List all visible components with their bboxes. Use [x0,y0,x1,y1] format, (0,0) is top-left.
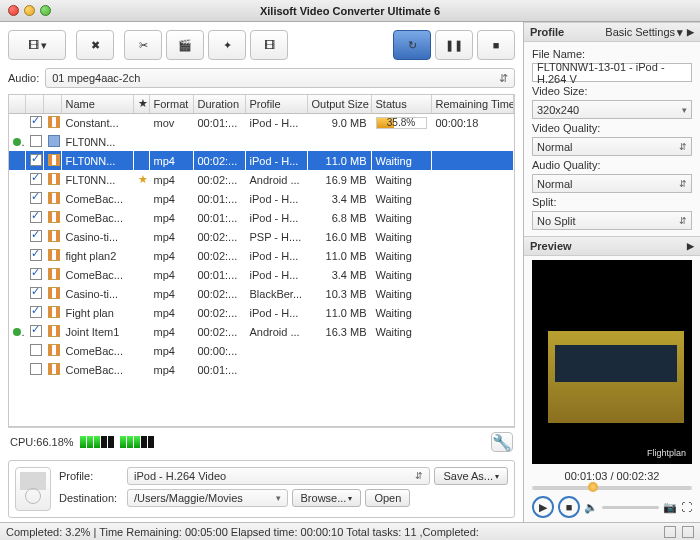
audio-quality-select[interactable]: Normal⇵ [532,174,692,193]
cell-profile: BlackBer... [245,284,307,303]
cell-output [307,360,371,379]
profile-select[interactable]: iPod - H.264 Video⇵ [127,467,430,485]
split-select[interactable]: No Split⇵ [532,211,692,230]
browse-button[interactable]: Browse...▾ [292,489,362,507]
row-checkbox[interactable] [30,363,42,375]
preview-seek-slider[interactable] [532,486,692,490]
cell-duration: 00:01:... [193,113,245,132]
table-row[interactable]: Casino-ti...mp400:02:...PSP - H....16.0 … [9,227,514,246]
row-checkbox[interactable] [30,249,42,261]
video-quality-label: Video Quality: [532,122,692,134]
cell-star [133,265,149,284]
table-row[interactable]: Constant...mov00:01:...iPod - H...9.0 MB… [9,113,514,132]
cell-star [133,208,149,227]
table-row[interactable]: Fight planmp400:02:...iPod - H...11.0 MB… [9,303,514,322]
table-row[interactable]: fight plan2mp400:02:...iPod - H...11.0 M… [9,246,514,265]
col-duration: Duration [193,95,245,113]
video-quality-select[interactable]: Normal⇵ [532,137,692,156]
row-checkbox[interactable] [30,230,42,242]
cell-duration: 00:02:... [193,303,245,322]
row-checkbox[interactable] [30,173,42,185]
status-marker-icon [13,138,21,146]
col-format: Format [149,95,193,113]
row-checkbox[interactable] [30,154,42,166]
status-bar: Completed: 3.2% | Time Remaining: 00:05:… [0,522,700,540]
audio-select[interactable]: 01 mpeg4aac-2ch⇵ [45,68,515,88]
cell-star [133,322,149,341]
cell-output: 16.0 MB [307,227,371,246]
table-row[interactable]: Joint Item1mp400:02:...Android ...16.3 M… [9,322,514,341]
video-size-select[interactable]: 320x240▾ [532,100,692,119]
cell-format: mov [149,113,193,132]
row-checkbox[interactable] [30,268,42,280]
cell-name: Constant... [61,113,133,132]
volume-icon[interactable]: 🔈 [584,501,598,514]
expand-preview-icon[interactable]: ▶ [687,241,694,251]
cut-button[interactable]: ✂ [124,30,162,60]
filename-input[interactable]: FLT0NNW1-13-01 - iPod - H.264 V [532,63,692,82]
table-row[interactable]: ComeBac...mp400:01:...iPod - H...3.4 MBW… [9,265,514,284]
volume-slider[interactable] [602,506,659,509]
convert-button[interactable]: ↻ [393,30,431,60]
cell-duration: 00:02:... [193,284,245,303]
table-row[interactable]: FLT0NN... [9,132,514,151]
cpu-meter-1 [80,436,114,448]
cell-name: ComeBac... [61,189,133,208]
cell-star [133,189,149,208]
destination-select[interactable]: /Users/Maggie/Movies▾ [127,489,288,507]
row-checkbox[interactable] [30,116,42,128]
status-icon-1[interactable] [664,526,676,538]
cell-format: mp4 [149,284,193,303]
settings-button[interactable]: 🔧 [491,432,513,452]
row-checkbox[interactable] [30,306,42,318]
status-icon-2[interactable] [682,526,694,538]
status-marker-icon [13,328,21,336]
open-button[interactable]: Open [365,489,410,507]
save-as-button[interactable]: Save As...▾ [434,467,508,485]
basic-settings-dropdown[interactable]: Basic Settings [605,26,675,38]
table-row[interactable]: FLT0NN...mp400:02:...iPod - H...11.0 MBW… [9,151,514,170]
cell-output: 10.3 MB [307,284,371,303]
video-file-icon [48,192,60,204]
cell-duration [193,132,245,151]
cell-status: Waiting [371,303,431,322]
fullscreen-button[interactable]: ⛶ [681,501,692,513]
cell-profile [245,341,307,360]
row-checkbox[interactable] [30,192,42,204]
row-checkbox[interactable] [30,325,42,337]
cell-format: mp4 [149,208,193,227]
cell-remain [431,246,514,265]
preview-stop-button[interactable]: ■ [558,496,580,518]
cell-remain [431,360,514,379]
preview-play-button[interactable]: ▶ [532,496,554,518]
col-name: Name [61,95,133,113]
snapshot-button[interactable]: 📷 [663,501,677,514]
clip-button[interactable]: 🎬 [166,30,204,60]
table-row[interactable]: FLT0NN...★mp400:02:...Android ...16.9 MB… [9,170,514,189]
table-row[interactable]: ComeBac...mp400:01:...iPod - H...3.4 MBW… [9,189,514,208]
col-output: Output Size [307,95,371,113]
edit-button[interactable]: 🎞 [250,30,288,60]
stop-button[interactable]: ■ [477,30,515,60]
row-checkbox[interactable] [30,287,42,299]
expand-icon[interactable]: ▶ [687,27,694,37]
cell-duration: 00:00:... [193,341,245,360]
pause-button[interactable]: ❚❚ [435,30,473,60]
table-row[interactable]: Casino-ti...mp400:02:...BlackBer...10.3 … [9,284,514,303]
cell-name: ComeBac... [61,360,133,379]
effects-button[interactable]: ✦ [208,30,246,60]
row-checkbox[interactable] [30,211,42,223]
row-checkbox[interactable] [30,344,42,356]
add-file-button[interactable]: 🎞▾ [8,30,66,60]
table-row[interactable]: ComeBac...mp400:01:...iPod - H...6.8 MBW… [9,208,514,227]
table-row[interactable]: ComeBac...mp400:00:... [9,341,514,360]
cell-output [307,341,371,360]
table-row[interactable]: ComeBac...mp400:01:... [9,360,514,379]
cell-output: 3.4 MB [307,265,371,284]
row-checkbox[interactable] [30,135,42,147]
audio-quality-label: Audio Quality: [532,159,692,171]
cell-format: mp4 [149,189,193,208]
cell-format: mp4 [149,322,193,341]
video-file-icon [48,344,60,356]
remove-button[interactable]: ✖ [76,30,114,60]
